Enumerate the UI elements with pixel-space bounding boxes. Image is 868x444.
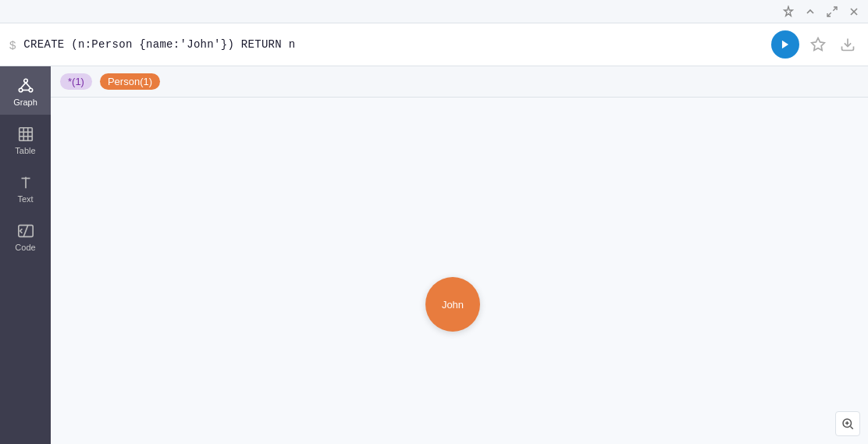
expand-icon[interactable] (824, 4, 840, 20)
query-bar: $ CREATE (n:Person {name:'John'}) RETURN… (0, 23, 868, 66)
chevron-up-icon[interactable] (802, 4, 818, 20)
sidebar-code-label: Code (15, 243, 35, 252)
zoom-in-button[interactable] (835, 411, 860, 436)
john-node[interactable]: John (425, 277, 480, 332)
sidebar: Graph Table Text Code (0, 66, 51, 444)
sidebar-item-text[interactable]: Text (0, 163, 51, 211)
download-button[interactable] (837, 34, 859, 55)
sidebar-item-graph[interactable]: Graph (0, 66, 51, 115)
query-input[interactable]: CREATE (n:Person {name:'John'}) RETURN n (23, 38, 763, 51)
result-tabs-bar: *(1) Person(1) (51, 66, 868, 98)
query-dollar-sign: $ (9, 38, 16, 52)
svg-point-7 (23, 79, 27, 83)
svg-line-21 (23, 226, 28, 237)
sidebar-table-label: Table (15, 146, 35, 155)
svg-point-9 (29, 88, 33, 92)
svg-line-0 (833, 7, 837, 11)
person-badge[interactable]: Person(1) (100, 73, 160, 90)
sidebar-text-label: Text (17, 194, 33, 204)
query-keyword-create: CREATE (23, 38, 71, 51)
svg-line-1 (827, 12, 831, 16)
all-results-badge[interactable]: *(1) (60, 73, 92, 90)
sidebar-item-code[interactable]: Code (0, 211, 51, 260)
favorite-button[interactable] (807, 34, 829, 55)
svg-rect-13 (19, 128, 32, 141)
sidebar-item-table[interactable]: Table (0, 115, 51, 163)
query-keyword-return: RETURN (241, 38, 289, 51)
graph-canvas: John (51, 98, 868, 444)
svg-line-11 (26, 83, 30, 88)
close-icon[interactable] (846, 4, 862, 20)
query-var: n (289, 38, 296, 51)
top-bar (0, 0, 868, 23)
run-button[interactable] (771, 30, 799, 59)
pin-icon[interactable] (781, 4, 796, 20)
svg-point-8 (19, 88, 23, 92)
query-node: (n:Person {name:'John'}) (71, 38, 241, 51)
svg-marker-4 (782, 41, 788, 49)
svg-line-10 (20, 83, 25, 88)
sidebar-graph-label: Graph (13, 98, 37, 107)
svg-marker-5 (812, 38, 825, 51)
svg-line-23 (850, 426, 852, 428)
